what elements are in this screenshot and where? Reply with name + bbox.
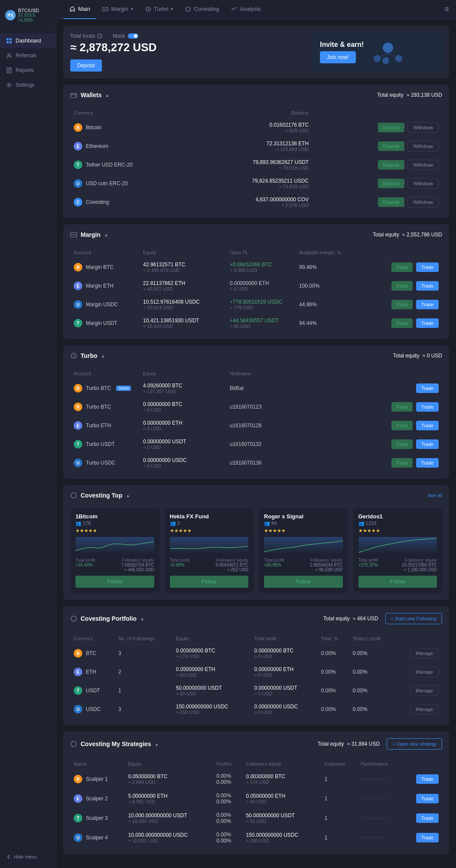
margin-cell-actions: Fund Trade <box>365 314 442 333</box>
turbo-cell-account: T Turbo USDT <box>70 435 140 454</box>
sidebar-label-dashboard: Dashboard <box>16 38 41 44</box>
manage-btn-port-usdt[interactable]: Manage <box>410 685 439 696</box>
margin-cell-equity: 42.96132571 BTC ≈ 2,490,876 USD <box>140 258 226 277</box>
margin-icon-margin-eth: E <box>74 282 82 290</box>
sidebar-item-settings[interactable]: Settings <box>0 78 56 92</box>
margin-icon-margin-btc: B <box>74 263 82 272</box>
strat-cell-actions: Trade <box>403 789 442 809</box>
turbo-trade-btn-turbo-usdt[interactable]: Trade <box>416 439 439 449</box>
trade-btn-margin-usdt[interactable]: Trade <box>416 318 439 328</box>
port-cell-profit: 0.00000000 BTC ≈ 0 USD <box>251 644 317 663</box>
wallets-row-cov: C Covesting 4,637.000000000 COV ≈ 2,576 … <box>70 193 442 212</box>
tab-analysis[interactable]: Analysis <box>225 0 267 19</box>
withdraw-btn-cov[interactable]: Withdraw <box>407 197 439 207</box>
invite-box: Invite & earn! Join now! <box>312 33 442 71</box>
trade-btn-margin-btc[interactable]: Trade <box>416 262 439 272</box>
funds-amount: ≈ 2,878,272 USD <box>70 41 156 54</box>
mini-chart-rogers <box>264 537 343 554</box>
sidebar: PX BTC/USD 57,979.5 +1.93% Dashboard Ref… <box>0 0 56 868</box>
margin-cell-actions: Fund Trade <box>365 258 442 277</box>
deposit-btn-eth[interactable]: Deposit <box>378 141 404 151</box>
reports-icon <box>6 67 12 73</box>
fund-btn-turbo-eth[interactable]: Fund <box>391 421 413 430</box>
strat-cell-name: T Scalper 3 <box>70 809 125 828</box>
sidebar-item-dashboard[interactable]: Dashboard <box>0 33 56 48</box>
withdraw-btn-btc[interactable]: Withdraw <box>407 122 439 133</box>
logo-icon: PX <box>5 10 16 20</box>
turbo-cell-equity: 4.09260000 BTC ≈ 237,287 USD <box>140 379 226 398</box>
strat-trade-btn-scalper2[interactable]: Trade <box>416 794 439 803</box>
cov-portfolio-chevron: ▲ <box>140 616 144 621</box>
coin-name-btc: Bitcoin <box>86 124 101 131</box>
start-following-btn[interactable]: + Start new Following <box>385 613 442 624</box>
deposit-button[interactable]: Deposit <box>70 59 102 72</box>
strat-cell-performance <box>358 789 403 809</box>
deposit-btn-btc[interactable]: Deposit <box>378 123 404 132</box>
fund-btn-margin-usdc[interactable]: Fund <box>391 300 413 309</box>
fund-btn-margin-btc[interactable]: Fund <box>391 262 413 272</box>
strat-trade-btn-scalper1[interactable]: Trade <box>416 774 439 784</box>
trade-btn-margin-usdc[interactable]: Trade <box>416 300 439 309</box>
strategies-card: Covesting My Strategies ▲ Total equity ≈… <box>63 731 449 854</box>
port-cell-total-pct: 0.00% <box>318 644 349 663</box>
portfolio-row-port-btc: B BTC 3 0.00300000 BTC ≈ 174 USD 0.00000… <box>70 644 442 663</box>
turbo-trade-btn-turbo-btc-demo[interactable]: Trade <box>416 383 439 393</box>
strat-icon-scalper3: T <box>74 814 82 822</box>
sidebar-label-settings: Settings <box>16 82 34 88</box>
deposit-btn-usdc[interactable]: Deposit <box>378 179 404 188</box>
see-all-btn[interactable]: See all <box>427 493 442 498</box>
strat-icon-scalper2: E <box>74 794 82 803</box>
turbo-icon-turbo-usdt: T <box>74 440 82 449</box>
strat-cell-followers: 1 <box>321 789 358 809</box>
strat-trade-btn-scalper3[interactable]: Trade <box>416 813 439 823</box>
withdraw-btn-usdt[interactable]: Withdraw <box>407 160 439 170</box>
port-icon-port-usdt: T <box>74 686 82 695</box>
manage-btn-port-usdc[interactable]: Manage <box>410 704 439 714</box>
manage-btn-port-eth[interactable]: Manage <box>410 667 439 677</box>
trade-btn-margin-eth[interactable]: Trade <box>416 281 439 291</box>
follow-btn-1bitcoin[interactable]: Follow <box>75 576 154 588</box>
cov-followers: 👥 3 <box>170 521 249 526</box>
fund-btn-turbo-btc[interactable]: Fund <box>391 402 413 412</box>
strat-cell-followers-equity: 50.000000000 USDT ≈ 55 USD <box>242 809 321 828</box>
hide-menu-btn[interactable]: Hide menu <box>0 850 56 864</box>
wallets-chevron: ▲ <box>105 93 110 98</box>
tab-margin[interactable]: Margin ▾ <box>96 0 139 19</box>
turbo-trade-btn-turbo-eth[interactable]: Trade <box>416 421 439 430</box>
margin-chevron: ▾ <box>131 7 133 11</box>
turbo-cell-equity: 0.00000000 USDC ≈ 0 USD <box>140 454 226 472</box>
port-cell-equity: 50.00000000 USDT ≈ 50 USD <box>173 681 251 700</box>
performance-bar-scalper4 <box>361 836 387 839</box>
sidebar-item-reports[interactable]: Reports <box>0 63 56 78</box>
cov-profit-row: Total profit +0.95% Followers' equity 0.… <box>170 558 249 572</box>
strat-trade-btn-scalper4[interactable]: Trade <box>416 833 439 842</box>
open-strategy-btn[interactable]: + Open new strategy <box>387 738 442 750</box>
turbo-trade-btn-turbo-btc[interactable]: Trade <box>416 402 439 412</box>
withdraw-btn-eth[interactable]: Withdraw <box>407 141 439 151</box>
wallets-cell-actions: Deposit Withdraw <box>312 174 442 193</box>
tab-covesting[interactable]: Covesting <box>179 0 225 19</box>
turbo-cell-equity: 0.00000000 BTC ≈ 0 USD <box>140 398 226 416</box>
withdraw-btn-usdc[interactable]: Withdraw <box>407 178 439 189</box>
fund-btn-turbo-usdt[interactable]: Fund <box>391 439 413 449</box>
strat-cell-followers: 1 <box>321 809 358 828</box>
fund-btn-margin-eth[interactable]: Fund <box>391 281 413 291</box>
tab-turbo[interactable]: Turbo ▾ <box>139 0 179 19</box>
fund-btn-turbo-usdc[interactable]: Fund <box>391 458 413 468</box>
join-btn[interactable]: Join now! <box>320 51 356 63</box>
fund-btn-margin-usdt[interactable]: Fund <box>391 318 413 328</box>
turbo-trade-btn-turbo-usdc[interactable]: Trade <box>416 458 439 468</box>
mask-toggle-switch[interactable] <box>128 33 138 39</box>
topbar-menu-btn[interactable]: ≡ <box>444 5 449 14</box>
follow-btn-hekla-fx[interactable]: Follow <box>170 576 249 588</box>
sidebar-item-referrals[interactable]: Referrals <box>0 48 56 63</box>
strat-cell-actions: Trade <box>403 809 442 828</box>
deposit-btn-usdt[interactable]: Deposit <box>378 160 404 170</box>
manage-btn-port-btc[interactable]: Manage <box>410 648 439 658</box>
follow-btn-rogers[interactable]: Follow <box>264 576 343 588</box>
tab-main[interactable]: Main <box>63 0 96 19</box>
svg-point-29 <box>71 616 76 621</box>
deposit-btn-cov[interactable]: Deposit <box>378 197 404 207</box>
margin-cell-account: T Margin USDT <box>70 314 140 333</box>
follow-btn-geridos1[interactable]: Follow <box>358 576 437 588</box>
